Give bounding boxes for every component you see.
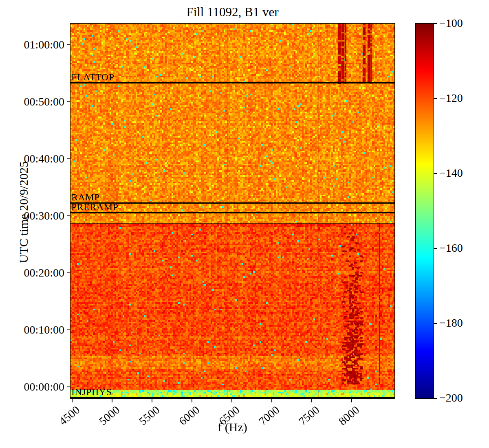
spectrogram-heatmap <box>70 23 395 399</box>
y-tick-mark <box>67 44 70 45</box>
colorbar-tick-label: −140 <box>439 167 463 179</box>
x-tick-mark <box>311 399 312 402</box>
x-tick-mark <box>72 399 73 402</box>
y-tick-label: 00:10:00 <box>11 324 64 336</box>
y-tick-mark <box>67 215 70 216</box>
colorbar-tick-mark <box>434 248 437 249</box>
beam-mode-label-ramp: RAMP <box>71 192 100 202</box>
colorbar-tick-label: −180 <box>439 317 463 329</box>
y-tick-label: 00:40:00 <box>11 153 64 165</box>
x-tick-mark <box>231 399 232 402</box>
beam-mode-label-preramp: PRERAMP <box>71 202 119 212</box>
y-tick-mark <box>67 329 70 330</box>
x-tick-mark <box>351 399 352 402</box>
y-tick-label: 00:20:00 <box>11 267 64 279</box>
x-tick-mark <box>192 399 192 402</box>
colorbar-tick-mark <box>434 398 437 399</box>
beam-mode-label-flattop: FLATTOP <box>71 72 115 82</box>
beam-mode-label-injphys: INJPHYS <box>71 387 112 397</box>
y-tick-label: 00:30:00 <box>11 210 64 222</box>
colorbar-tick-label: −200 <box>439 392 463 404</box>
colorbar-tick-mark <box>434 98 437 99</box>
figure-root: Fill 11092, B1 ver UTC time 20/9/2025 01… <box>0 0 489 448</box>
x-tick-mark <box>271 399 272 402</box>
colorbar-tick-label: −160 <box>439 242 463 254</box>
colorbar-tick-label: −120 <box>439 92 463 104</box>
y-tick-label: 00:50:00 <box>11 96 64 108</box>
x-axis-label: f (Hz) <box>70 420 394 434</box>
y-tick-label: 01:00:00 <box>11 39 64 51</box>
y-tick-mark <box>67 272 70 273</box>
colorbar-tick-mark <box>434 173 437 174</box>
colorbar-tick-mark <box>434 323 437 324</box>
plot-title: Fill 11092, B1 ver <box>70 5 394 20</box>
colorbar <box>415 23 434 399</box>
x-tick-mark <box>152 399 152 402</box>
y-tick-mark <box>67 158 70 159</box>
y-tick-mark <box>67 101 70 102</box>
colorbar-tick-label: −100 <box>439 18 463 29</box>
y-tick-label: 00:00:00 <box>11 381 64 393</box>
colorbar-tick-mark <box>434 23 437 24</box>
x-tick-mark <box>112 399 112 402</box>
y-tick-mark <box>67 387 70 387</box>
